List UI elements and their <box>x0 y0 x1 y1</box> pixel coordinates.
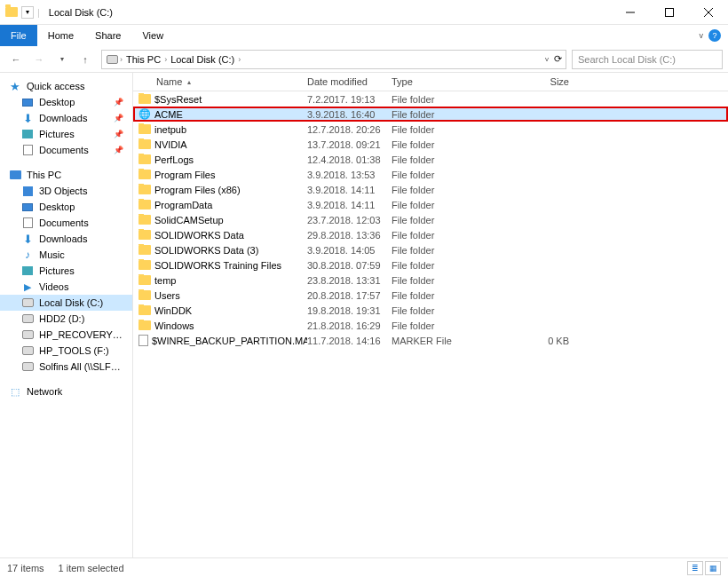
file-modified: 7.2.2017. 19:13 <box>307 94 392 105</box>
file-name: ProgramData <box>154 200 212 210</box>
file-modified: 23.8.2018. 13:31 <box>307 275 392 286</box>
menu-file[interactable]: File <box>0 25 37 46</box>
sidebar-item[interactable]: Pictures <box>0 263 132 279</box>
folder-icon <box>138 244 151 257</box>
sidebar-item[interactable]: ▶Videos <box>0 279 132 295</box>
menu-home[interactable]: Home <box>37 25 84 46</box>
title-bar: ▾ | Local Disk (C:) <box>0 0 728 25</box>
sidebar-item[interactable]: Desktop📌 <box>0 94 132 110</box>
file-row[interactable]: SOLIDWORKS Data29.8.2018. 13:36File fold… <box>133 227 728 242</box>
disk-icon <box>21 328 34 341</box>
column-modified[interactable]: Date modified <box>307 76 392 87</box>
sidebar-item[interactable]: HDD2 (D:) <box>0 311 132 327</box>
file-name: Users <box>154 290 180 301</box>
file-row[interactable]: NVIDIA13.7.2018. 09:21File folder <box>133 137 728 152</box>
sidebar-item-label: Desktop <box>39 202 123 212</box>
sidebar-item[interactable]: ⬇Downloads <box>0 231 132 247</box>
sidebar-item[interactable]: ♪Music <box>0 247 132 263</box>
chevron-right-icon: › <box>164 55 167 64</box>
file-modified: 11.7.2018. 14:16 <box>307 336 392 346</box>
sidebar-item[interactable]: 3D Objects <box>0 183 132 199</box>
file-row[interactable]: SOLIDWORKS Data (3)3.9.2018. 14:05File f… <box>133 242 728 257</box>
file-row[interactable]: SOLIDWORKS Training Files30.8.2018. 07:5… <box>133 257 728 273</box>
up-button[interactable]: ↑ <box>75 49 96 70</box>
file-row[interactable]: SolidCAMSetup23.7.2018. 12:03File folder <box>133 212 728 227</box>
column-headers: Name ▴ Date modified Type Size <box>133 73 728 91</box>
help-icon[interactable]: ? <box>708 29 721 42</box>
file-row[interactable]: WinDDK19.8.2018. 19:31File folder <box>133 303 728 318</box>
close-button[interactable] <box>689 0 728 25</box>
sidebar-item-label: Documents <box>39 145 108 155</box>
chevron-down-icon[interactable]: v <box>545 55 549 63</box>
file-modified: 3.9.2018. 13:53 <box>307 170 392 180</box>
sidebar-item[interactable]: Local Disk (C:) <box>0 295 132 311</box>
sidebar-item[interactable]: Pictures📌 <box>0 126 132 142</box>
menu-view[interactable]: View <box>131 25 174 46</box>
file-icon <box>138 335 148 347</box>
file-modified: 3.9.2018. 16:40 <box>307 109 392 120</box>
file-row[interactable]: inetpub12.7.2018. 20:26File folder <box>133 122 728 137</box>
sidebar-item[interactable]: Solfins All (\\SLFVIR <box>0 359 132 375</box>
separator: | <box>37 7 40 18</box>
file-name: inetpub <box>154 124 186 135</box>
doc-icon <box>21 144 34 156</box>
dropdown-icon[interactable]: ▾ <box>21 6 34 19</box>
sidebar-item-label: Downloads <box>39 113 108 123</box>
recent-dropdown[interactable]: ▾ <box>51 49 73 70</box>
back-button[interactable]: ← <box>5 49 27 70</box>
maximize-button[interactable] <box>650 0 689 25</box>
pin-icon: 📌 <box>114 114 123 123</box>
pc-icon <box>9 169 21 181</box>
file-modified: 20.8.2018. 17:57 <box>307 290 392 301</box>
file-row[interactable]: PerfLogs12.4.2018. 01:38File folder <box>133 152 728 167</box>
sidebar-item[interactable]: Desktop <box>0 199 132 215</box>
file-type: File folder <box>392 109 525 120</box>
folder-icon <box>138 214 151 226</box>
file-row[interactable]: Windows21.8.2018. 16:29File folder <box>133 318 728 333</box>
minimize-button[interactable] <box>611 0 650 25</box>
sidebar-item[interactable]: ⬇Downloads📌 <box>0 110 132 126</box>
file-row[interactable]: Program Files (x86)3.9.2018. 14:11File f… <box>133 182 728 197</box>
down-icon: ⬇ <box>21 112 34 124</box>
folder-icon <box>138 199 151 211</box>
sidebar-item[interactable]: Documents <box>0 215 132 231</box>
column-name[interactable]: Name ▴ <box>138 76 307 87</box>
file-row[interactable]: ProgramData3.9.2018. 14:11File folder <box>133 197 728 212</box>
file-row[interactable]: $SysReset7.2.2017. 19:13File folder <box>133 91 728 107</box>
sidebar-this-pc[interactable]: This PC <box>0 167 132 183</box>
file-row[interactable]: $WINRE_BACKUP_PARTITION.MARKER11.7.2018.… <box>133 333 728 348</box>
sidebar-item[interactable]: Documents📌 <box>0 142 132 158</box>
breadcrumb[interactable]: › This PC › Local Disk (C:) › v ⟳ <box>101 50 566 69</box>
crumb-location[interactable]: Local Disk (C:) <box>169 54 236 65</box>
sidebar-item[interactable]: HP_TOOLS (F:) <box>0 343 132 359</box>
menu-share[interactable]: Share <box>84 25 131 46</box>
doc-icon <box>21 217 34 229</box>
file-type: File folder <box>392 260 525 271</box>
file-name: $WINRE_BACKUP_PARTITION.MARKER <box>152 336 307 346</box>
file-row[interactable]: 🌐ACME3.9.2018. 16:40File folder <box>133 107 728 122</box>
search-input[interactable]: Search Local Disk (C:) <box>572 50 723 69</box>
column-type[interactable]: Type <box>392 76 525 87</box>
sort-indicator-icon: ▴ <box>187 78 191 86</box>
crumb-thispc[interactable]: This PC <box>124 54 162 65</box>
sidebar-item-label: HP_TOOLS (F:) <box>39 345 123 356</box>
file-row[interactable]: Users20.8.2018. 17:57File folder <box>133 288 728 303</box>
chevron-right-icon: › <box>120 55 123 64</box>
sidebar-network[interactable]: ⬚ Network <box>0 383 132 399</box>
sidebar-item-label: Desktop <box>39 97 108 107</box>
forward-button[interactable]: → <box>28 49 50 70</box>
file-row[interactable]: temp23.8.2018. 13:31File folder <box>133 273 728 288</box>
file-row[interactable]: Program Files3.9.2018. 13:53File folder <box>133 167 728 182</box>
chevron-down-icon[interactable]: v <box>700 31 704 40</box>
pin-icon: 📌 <box>114 130 123 138</box>
sidebar-item[interactable]: HP_RECOVERY (E:) <box>0 327 132 343</box>
refresh-icon[interactable]: ⟳ <box>554 53 562 65</box>
file-modified: 21.8.2018. 16:29 <box>307 320 392 331</box>
view-details-button[interactable]: ≣ <box>687 561 703 575</box>
file-type: File folder <box>392 94 525 105</box>
folder-icon <box>5 6 18 19</box>
file-name: WinDDK <box>154 305 192 316</box>
view-icons-button[interactable]: ▦ <box>705 561 721 575</box>
column-size[interactable]: Size <box>525 76 578 87</box>
sidebar-quick-access[interactable]: ★ Quick access <box>0 78 132 94</box>
